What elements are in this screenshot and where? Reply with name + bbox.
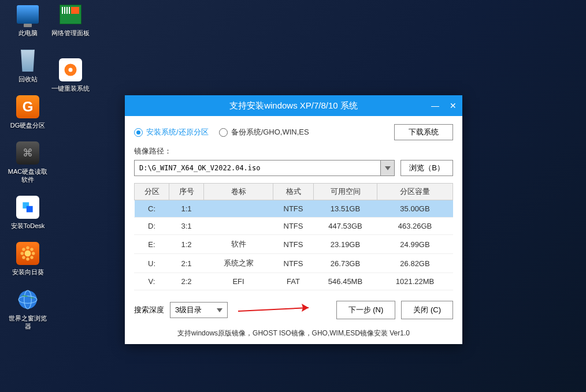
cell-cap: 463.26GB bbox=[377, 218, 453, 235]
icon-label: 世界之窗浏览器 bbox=[7, 314, 49, 330]
cell-free: 447.53GB bbox=[314, 218, 377, 235]
table-row[interactable]: D:3:1NTFS447.53GB463.26GB bbox=[135, 218, 453, 235]
icon-label: 安装ToDesk bbox=[11, 222, 45, 230]
recycle-bin-icon bbox=[18, 50, 38, 72]
svg-line-14 bbox=[238, 308, 309, 311]
cell-part: U: bbox=[135, 254, 169, 273]
table-row[interactable]: V:2:2EFIFAT546.45MB1021.22MB bbox=[135, 273, 453, 290]
cell-seq: 1:1 bbox=[169, 200, 204, 218]
icon-label: 此电脑 bbox=[18, 29, 38, 37]
radio-install-restore[interactable]: 安装系统/还原分区 bbox=[134, 127, 209, 137]
search-depth-select[interactable]: 3级目录 bbox=[170, 302, 228, 318]
radio-label: 安装系统/还原分区 bbox=[146, 127, 209, 137]
cell-seq: 2:2 bbox=[169, 273, 204, 290]
dropdown-icon[interactable] bbox=[380, 160, 394, 176]
table-row[interactable]: U:2:1系统之家NTFS26.73GB26.82GB bbox=[135, 254, 453, 273]
sunflower-icon bbox=[16, 242, 39, 265]
icon-label: 网络管理面板 bbox=[51, 29, 90, 37]
desktop-icon-mac[interactable]: ⌘ MAC硬盘读取软件 bbox=[7, 141, 49, 184]
radio-label: 备份系统/GHO,WIN,ES bbox=[231, 127, 309, 137]
cell-vol bbox=[204, 200, 273, 218]
icon-label: DG硬盘分区 bbox=[10, 121, 46, 129]
todesk-icon bbox=[16, 196, 39, 219]
desktop-icon-recycle[interactable]: 回收站 bbox=[7, 48, 49, 83]
cell-fmt: NTFS bbox=[273, 254, 314, 273]
dialog-title: 支持安装windows XP/7/8/10 系统 bbox=[229, 100, 358, 111]
radio-icon bbox=[134, 128, 143, 137]
desktop-icon-browser[interactable]: 世界之窗浏览器 bbox=[7, 288, 49, 330]
cell-fmt: FAT bbox=[273, 273, 314, 290]
cell-vol bbox=[204, 218, 273, 235]
radio-backup[interactable]: 备份系统/GHO,WIN,ES bbox=[219, 127, 309, 137]
cell-vol: 软件 bbox=[204, 235, 273, 254]
globe-icon bbox=[16, 288, 39, 311]
th-volume: 卷标 bbox=[204, 184, 273, 200]
icon-label: 安装向日葵 bbox=[12, 268, 44, 276]
titlebar[interactable]: 支持安装windows XP/7/8/10 系统 — ✕ bbox=[125, 95, 462, 116]
path-value: D:\G_WIN7_X64_OK_V2022.04.iso bbox=[139, 164, 261, 172]
icon-label: MAC硬盘读取软件 bbox=[7, 167, 49, 184]
computer-icon bbox=[17, 5, 39, 24]
close-dialog-button[interactable]: 关闭 (C) bbox=[401, 301, 453, 319]
desktop-icon-dg[interactable]: G DG硬盘分区 bbox=[7, 95, 49, 129]
disk-partition-icon: G bbox=[16, 95, 39, 118]
th-capacity: 分区容量 bbox=[377, 184, 453, 200]
desktop: 此电脑 网络管理面板 回收站 一键重装系统 G DG硬盘分区 ⌘ MAC硬盘读取… bbox=[0, 0, 586, 392]
svg-point-6 bbox=[32, 252, 35, 255]
gear-icon bbox=[59, 58, 82, 81]
chevron-down-icon bbox=[217, 308, 222, 312]
svg-point-8 bbox=[30, 248, 33, 251]
download-system-button[interactable]: 下载系统 bbox=[394, 124, 453, 140]
desktop-icon-todesk[interactable]: 安装ToDesk bbox=[7, 195, 49, 230]
desktop-icon-sunflower[interactable]: 安装向日葵 bbox=[7, 241, 49, 276]
partition-table: 分区 序号 卷标 格式 可用空间 分区容量 C:1:1NTFS13.51GB35… bbox=[134, 183, 453, 290]
table-row[interactable]: C:1:1NTFS13.51GB35.00GB bbox=[135, 200, 453, 218]
table-row[interactable]: E:1:2软件NTFS23.19GB24.99GB bbox=[135, 235, 453, 254]
close-button[interactable]: ✕ bbox=[450, 101, 457, 110]
cell-seq: 3:1 bbox=[169, 218, 204, 235]
th-partition: 分区 bbox=[135, 184, 169, 200]
th-free: 可用空间 bbox=[314, 184, 377, 200]
desktop-icon-this-pc[interactable]: 此电脑 bbox=[7, 2, 49, 37]
mac-disk-icon: ⌘ bbox=[16, 141, 39, 165]
next-button[interactable]: 下一步 (N) bbox=[336, 301, 396, 319]
table-header-row: 分区 序号 卷标 格式 可用空间 分区容量 bbox=[135, 184, 453, 200]
cell-fmt: NTFS bbox=[273, 200, 314, 218]
cell-seq: 2:1 bbox=[169, 254, 204, 273]
browse-button[interactable]: 浏览（B） bbox=[400, 160, 453, 176]
cell-cap: 26.82GB bbox=[377, 254, 453, 273]
svg-point-10 bbox=[30, 256, 33, 259]
search-depth-label: 搜索深度 bbox=[134, 305, 164, 315]
svg-point-9 bbox=[22, 256, 25, 259]
icon-label: 一键重装系统 bbox=[51, 84, 90, 92]
svg-point-11 bbox=[18, 290, 37, 309]
arrow-annotation bbox=[233, 304, 331, 316]
svg-point-2 bbox=[25, 251, 31, 257]
cell-free: 23.19GB bbox=[314, 235, 377, 254]
cell-cap: 24.99GB bbox=[377, 235, 453, 254]
desktop-icon-net-panel[interactable]: 网络管理面板 bbox=[50, 2, 91, 37]
minimize-button[interactable]: — bbox=[431, 101, 439, 110]
icon-label: 回收站 bbox=[18, 75, 38, 83]
th-format: 格式 bbox=[273, 184, 314, 200]
cell-vol: EFI bbox=[204, 273, 273, 290]
svg-point-5 bbox=[21, 252, 24, 255]
cell-fmt: NTFS bbox=[273, 235, 314, 254]
svg-point-3 bbox=[26, 247, 29, 249]
cell-fmt: NTFS bbox=[273, 218, 314, 235]
cell-part: D: bbox=[135, 218, 169, 235]
cell-part: E: bbox=[135, 235, 169, 254]
network-panel-icon bbox=[60, 5, 81, 24]
image-path-input[interactable]: D:\G_WIN7_X64_OK_V2022.04.iso bbox=[134, 160, 395, 176]
svg-point-4 bbox=[26, 257, 29, 260]
radio-icon bbox=[219, 128, 228, 137]
desktop-icon-reinstall[interactable]: 一键重装系统 bbox=[50, 58, 91, 92]
cell-free: 26.73GB bbox=[314, 254, 377, 273]
cell-free: 13.51GB bbox=[314, 200, 377, 218]
cell-cap: 35.00GB bbox=[377, 200, 453, 218]
cell-vol: 系统之家 bbox=[204, 254, 273, 273]
svg-point-7 bbox=[22, 248, 25, 251]
cell-part: V: bbox=[135, 273, 169, 290]
image-path-label: 镜像路径： bbox=[134, 146, 453, 156]
cell-part: C: bbox=[135, 200, 169, 218]
